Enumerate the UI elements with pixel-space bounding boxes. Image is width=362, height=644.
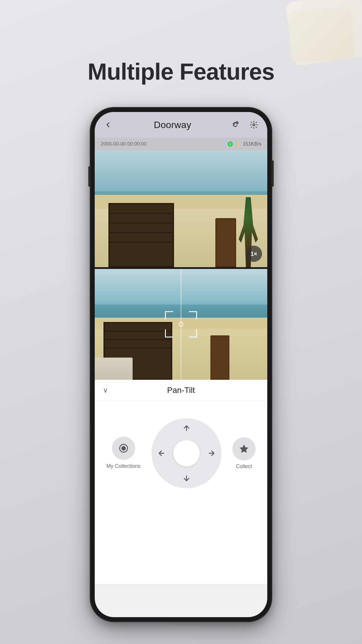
gear-icon [250,121,258,129]
refresh-icon [233,121,241,129]
arrow-right-icon [208,449,216,457]
star-icon [239,444,249,454]
collections-icon-circle [112,437,135,460]
arrow-up-icon [182,424,191,432]
dpad-down-button[interactable] [181,473,192,484]
focus-dot [179,322,183,327]
pan-tilt-header: ∨ Pan-Tilt [95,380,267,401]
focus-box [165,311,197,337]
my-collections-button[interactable]: My Collections [106,437,140,470]
camera-top-view: 1× [95,150,267,267]
header-actions [232,120,259,130]
camera-title: Doorway [154,120,191,130]
garage-door [108,203,174,267]
zoom-badge[interactable]: 1× [246,246,262,262]
arrow-left-icon [157,449,166,457]
pan-tilt-panel: ∨ Pan-Tilt My Collections [95,380,267,584]
refresh-button[interactable] [232,120,242,130]
phone-body: Doorway 200 [91,108,271,621]
svg-point-0 [253,124,255,126]
status-right: + 151KB/s [228,141,261,147]
dpad-center-button[interactable] [173,440,200,466]
collections-icon [118,443,129,454]
timestamp-label: 2000-00-00 00:00:00 [101,141,147,147]
collect-icon-circle [232,437,256,461]
collect-button[interactable]: Collect [232,437,256,470]
camera-bottom-view: FHD [95,269,267,380]
camera-status-bar: 2000-00-00 00:00:00 + 151KB/s [95,138,267,150]
camera-bottom-feed [95,269,267,380]
collect-label: Collect [236,463,252,470]
settings-button[interactable] [249,120,259,130]
front-door [215,218,236,267]
dpad [152,418,222,488]
collections-label: My Collections [106,463,140,470]
dpad-right-button[interactable] [206,447,217,459]
arrow-down-icon [182,474,191,482]
lightning-icon [235,141,240,147]
phone-mockup: Doorway 200 [91,108,271,621]
dpad-container: My Collections [95,401,267,500]
back-icon [105,121,112,128]
phone-screen: Doorway 200 [95,112,267,617]
speed-label: 151KB/s [243,141,261,147]
dpad-up-button[interactable] [181,422,192,434]
signal-indicator: + [228,141,233,147]
panel-collapse-button[interactable]: ∨ [103,386,108,394]
back-button[interactable] [103,120,113,130]
app-header: Doorway [95,112,267,138]
dpad-left-button[interactable] [156,447,167,459]
svg-point-2 [121,446,126,451]
camera-top-feed: 1× [95,150,267,267]
pan-tilt-title: Pan-Tilt [167,386,195,395]
page-title: Multiple Features [0,58,362,85]
